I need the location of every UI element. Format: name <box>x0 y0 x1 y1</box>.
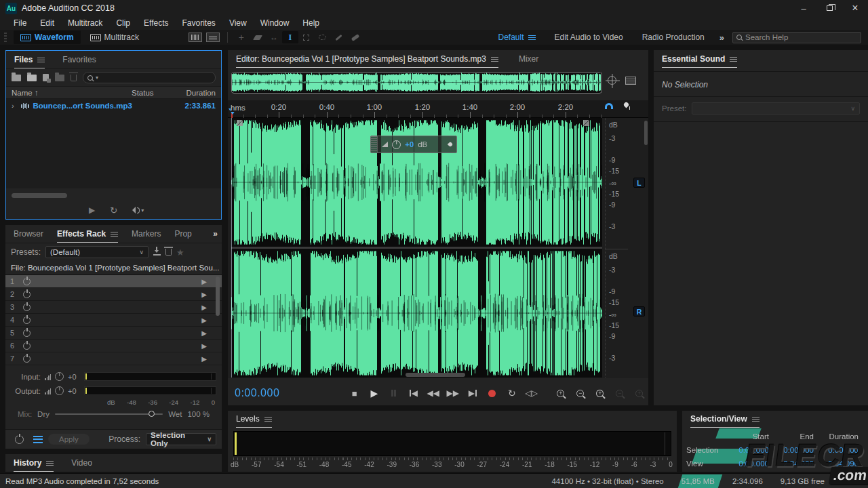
new-file-icon[interactable] <box>43 74 49 81</box>
column-status[interactable]: Status <box>132 89 174 97</box>
menu-file[interactable]: File <box>7 18 33 28</box>
power-icon[interactable] <box>23 291 31 298</box>
minimize-button[interactable]: – <box>791 0 816 16</box>
power-icon[interactable] <box>23 278 31 285</box>
files-panel-menu-icon[interactable] <box>37 58 45 62</box>
multitrack-mode-button[interactable]: Multitrack <box>83 30 146 44</box>
hud-gain-value[interactable]: +0 <box>405 140 414 148</box>
tab-effects-rack[interactable]: Effects Rack <box>57 229 118 239</box>
workspace-overflow-chevron[interactable]: » <box>714 33 730 43</box>
skip-selection-button[interactable]: ◁▷ <box>521 386 541 401</box>
workspace-edit-audio-to-video[interactable]: Edit Audio to Video <box>545 33 633 42</box>
selection-duration-value[interactable]: 0:00.000 <box>815 446 860 454</box>
hud-gain-knob[interactable] <box>392 140 401 149</box>
time-selection-tool[interactable]: I <box>282 31 298 43</box>
effect-slot-3[interactable]: 3▶ <box>5 301 222 314</box>
lasso-selection-tool[interactable] <box>315 31 331 43</box>
ruler-unit-label[interactable]: hms <box>231 104 248 112</box>
files-search-box[interactable]: ▾ <box>83 72 216 83</box>
waveform-mode-button[interactable]: Waveform <box>14 30 81 44</box>
tab-history[interactable]: History <box>14 458 54 468</box>
playhead-line[interactable] <box>231 118 232 378</box>
paintbrush-tool[interactable] <box>331 31 347 43</box>
hud-pin-icon[interactable] <box>448 142 453 147</box>
tab-properties[interactable]: Prop <box>174 229 191 239</box>
editor-panel-menu-icon[interactable] <box>491 57 498 62</box>
selection-end-value[interactable]: 0:00.000 <box>770 446 815 454</box>
overview-canvas[interactable] <box>232 73 601 92</box>
marquee-selection-tool[interactable] <box>298 31 315 43</box>
menu-view[interactable]: View <box>222 18 254 28</box>
auto-play-speaker-button[interactable]: ▾ <box>132 207 144 214</box>
files-column-headers[interactable]: Name ↑ Status Duration <box>6 86 221 99</box>
rack-power-button[interactable] <box>15 435 24 444</box>
import-file-icon[interactable] <box>27 75 37 81</box>
stop-button[interactable]: ■ <box>344 386 364 401</box>
slot-arrow-icon[interactable]: ▶ <box>201 342 222 350</box>
selection-view-menu-icon[interactable] <box>752 417 760 422</box>
overview-locator-icon[interactable] <box>608 76 616 85</box>
waveform-view-toggle[interactable] <box>206 33 220 42</box>
delete-icon[interactable] <box>71 75 77 81</box>
tab-essential-sound[interactable]: Essential Sound <box>662 54 737 64</box>
view-end-value[interactable]: 2:34.096 <box>770 460 815 468</box>
power-icon[interactable] <box>23 317 31 324</box>
waveform-canvas-right[interactable] <box>231 249 602 378</box>
files-search-input[interactable] <box>101 74 211 82</box>
effect-slot-4[interactable]: 4▶ <box>5 314 222 327</box>
history-panel-menu-icon[interactable] <box>46 461 54 466</box>
pause-button[interactable] <box>384 386 403 401</box>
open-file-icon[interactable] <box>12 75 21 81</box>
effect-slot-2[interactable]: 2▶ <box>5 288 222 301</box>
help-search-box[interactable] <box>732 32 861 43</box>
power-icon[interactable] <box>23 304 31 311</box>
tab-selection-view[interactable]: Selection/View <box>690 414 760 424</box>
zoom-in-point-button[interactable] <box>610 386 629 401</box>
zoom-to-selection-button[interactable] <box>590 386 610 401</box>
file-row[interactable]: › Bouncep...ort Sounds.mp3 2:33.861 <box>6 99 221 113</box>
effect-slot-1[interactable]: 1▶ <box>5 275 222 288</box>
snap-magnet-icon[interactable] <box>605 103 613 109</box>
waveform-area[interactable] <box>231 118 602 378</box>
effect-slot-7[interactable]: 7▶ <box>5 352 222 365</box>
right-channel-badge[interactable]: R <box>633 306 645 317</box>
gain-hud[interactable]: +0 dB <box>370 136 457 153</box>
apply-button[interactable]: Apply <box>48 434 90 445</box>
workspace-radio-production[interactable]: Radio Production <box>633 33 714 42</box>
menu-multitrack[interactable]: Multitrack <box>61 18 109 28</box>
editor-hscrollbar[interactable] <box>406 373 465 377</box>
fade-in-handle[interactable] <box>237 120 243 126</box>
rack-list-toggle-icon[interactable] <box>33 436 43 443</box>
timeline-ruler[interactable]: 0:20 0:40 1:00 1:20 1:40 2:00 2:20 hms <box>228 100 648 118</box>
help-search-input[interactable] <box>745 33 857 41</box>
tab-browser[interactable]: Browser <box>14 229 43 239</box>
menu-help[interactable]: Help <box>296 18 326 28</box>
razor-tool[interactable] <box>250 31 266 43</box>
tab-levels[interactable]: Levels <box>236 414 272 424</box>
zoom-in-button[interactable] <box>551 386 570 401</box>
mix-slider-thumb[interactable] <box>149 411 155 417</box>
close-button[interactable]: × <box>842 0 868 16</box>
left-channel-badge[interactable]: L <box>633 178 645 188</box>
move-tool[interactable]: + <box>233 31 250 43</box>
column-duration[interactable]: Duration <box>174 89 216 97</box>
playhead-time-display[interactable]: 0:00.000 <box>235 387 279 399</box>
save-preset-icon[interactable] <box>153 249 161 256</box>
tab-markers[interactable]: Markers <box>132 229 161 239</box>
es-preset-dropdown[interactable]: ∨ <box>692 102 860 115</box>
export-icon[interactable] <box>55 75 64 81</box>
overview-list-icon[interactable] <box>625 77 636 85</box>
loop-playback-button[interactable]: ↻ <box>502 386 521 401</box>
slots-scrollbar[interactable] <box>216 277 220 316</box>
record-button[interactable] <box>482 386 502 401</box>
files-hscrollbar[interactable] <box>12 193 67 198</box>
skip-to-start-button[interactable]: ◀ <box>403 386 423 401</box>
essential-sound-menu-icon[interactable] <box>730 57 737 62</box>
effects-panel-menu-icon[interactable] <box>111 232 118 237</box>
delete-preset-icon[interactable] <box>165 249 172 256</box>
output-gain-knob[interactable] <box>55 386 64 395</box>
slot-arrow-icon[interactable]: ▶ <box>201 317 222 324</box>
process-dropdown[interactable]: Selection Only ∨ <box>146 433 216 445</box>
spectral-view-toggle[interactable] <box>189 33 202 42</box>
zoom-out-full-button[interactable] <box>629 386 649 401</box>
